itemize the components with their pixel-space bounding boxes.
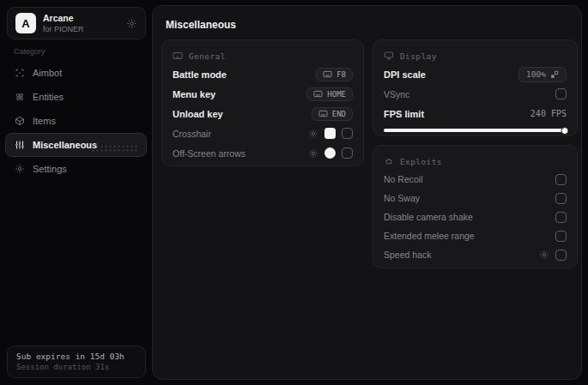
vsync-checkbox[interactable]	[555, 88, 567, 99]
bug-icon	[384, 156, 394, 166]
app-header-card: A Arcane for PIONER	[7, 7, 146, 39]
speed-hack-label: Speed hack	[384, 250, 539, 260]
unload-key-row: Unload key END	[173, 104, 353, 123]
app-subtitle: for PIONER	[43, 25, 119, 33]
display-card-header: Display	[384, 47, 567, 64]
app-name: Arcane	[43, 13, 119, 23]
sidebar-item-label: Settings	[33, 164, 67, 174]
sidebar-item-label: Miscellaneous	[33, 140, 97, 150]
gear-icon[interactable]	[308, 148, 318, 159]
crosshair-row: Crosshair	[173, 123, 353, 143]
display-header-label: Display	[400, 51, 437, 61]
box-icon	[15, 116, 25, 126]
session-duration-text: Session duration 31s	[16, 363, 136, 371]
vsync-label: VSync	[384, 89, 555, 99]
no-sway-row: No Sway	[384, 189, 567, 208]
disable-camera-shake-row: Disable camera shake	[384, 208, 567, 226]
halftone-decoration	[91, 144, 139, 153]
keybind-value: F8	[336, 70, 346, 79]
gear-icon[interactable]	[539, 250, 549, 260]
dpi-scale-selector[interactable]: 100%	[518, 67, 567, 82]
sidebar-item-aimbot[interactable]: Aimbot	[5, 61, 147, 85]
keybind-value: HOME	[327, 90, 346, 99]
no-sway-label: No Sway	[384, 193, 555, 203]
sidebar-item-settings[interactable]: Settings	[5, 157, 147, 181]
speed-hack-checkbox[interactable]	[555, 250, 567, 261]
battle-mode-keybind[interactable]: F8	[316, 68, 353, 81]
app-meta: Arcane for PIONER	[43, 13, 119, 33]
battle-mode-label: Battle mode	[173, 69, 316, 80]
keycap-icon	[313, 90, 323, 98]
disable-camera-shake-checkbox[interactable]	[555, 212, 567, 223]
main-panel: Miscellaneous General Battle mode	[152, 5, 582, 380]
crosshair-checkbox[interactable]	[342, 128, 353, 139]
dpi-scale-row: DPI scale 100%	[384, 64, 567, 84]
scale-icon	[550, 70, 559, 79]
exploits-card: Exploits No Recoil No Sway Disable camer…	[373, 145, 578, 268]
page-title: Miscellaneous	[166, 19, 236, 31]
gear-icon[interactable]	[308, 129, 318, 139]
offscreen-arrows-checkbox[interactable]	[342, 147, 353, 159]
no-sway-checkbox[interactable]	[555, 193, 567, 204]
menu-key-label: Menu key	[173, 89, 306, 99]
speed-hack-row: Speed hack	[384, 245, 567, 264]
dpi-scale-label: DPI scale	[384, 69, 518, 80]
extended-melee-range-row: Extended melee range	[384, 226, 567, 245]
fps-limit-row: FPS limit 240 FPS	[384, 104, 567, 123]
sliders-icon	[15, 140, 25, 150]
keycap-icon	[323, 70, 332, 78]
general-card: General Battle mode F8 Menu key	[161, 39, 364, 166]
keyboard-icon	[173, 51, 183, 61]
crosshair-label: Crosshair	[173, 129, 308, 139]
crosshair-color-swatch[interactable]	[324, 128, 336, 139]
gear-icon[interactable]	[126, 18, 137, 29]
extended-melee-range-label: Extended melee range	[384, 231, 555, 241]
subscription-card: Sub expires in 15d 03h Session duration …	[7, 346, 146, 378]
sidebar-item-miscellaneous[interactable]: Miscellaneous	[5, 133, 147, 157]
exploits-header-label: Exploits	[400, 157, 442, 166]
slider-fill	[384, 129, 567, 132]
extended-melee-range-checkbox[interactable]	[555, 231, 567, 242]
no-recoil-label: No Recoil	[384, 174, 555, 184]
fps-limit-slider[interactable]	[384, 124, 567, 136]
sidebar-nav: Aimbot Entities Items	[5, 61, 147, 181]
fps-limit-value: 240 FPS	[530, 109, 567, 118]
unload-keybind[interactable]: END	[312, 107, 353, 121]
offscreen-arrows-color-swatch[interactable]	[324, 147, 336, 159]
offscreen-arrows-label: Off-Screen arrows	[173, 148, 308, 159]
sub-expiry-text: Sub expires in 15d 03h	[16, 352, 136, 361]
general-header-label: General	[189, 51, 226, 61]
scan-icon	[15, 68, 25, 78]
dpi-scale-value: 100%	[526, 69, 546, 79]
menu-key-row: Menu key HOME	[173, 84, 353, 104]
atom-icon	[15, 92, 25, 102]
gear-icon	[15, 164, 25, 174]
vsync-row: VSync	[384, 84, 567, 104]
disable-camera-shake-label: Disable camera shake	[384, 212, 555, 222]
no-recoil-row: No Recoil	[384, 170, 567, 189]
sidebar-item-label: Entities	[33, 92, 64, 102]
no-recoil-checkbox[interactable]	[555, 174, 567, 185]
category-label: Category	[14, 47, 45, 56]
sidebar-item-entities[interactable]: Entities	[5, 85, 147, 109]
sidebar-item-label: Items	[33, 116, 56, 126]
battle-mode-row: Battle mode F8	[173, 64, 353, 84]
exploits-card-header: Exploits	[384, 153, 567, 170]
offscreen-arrows-row: Off-Screen arrows	[173, 143, 353, 163]
monitor-icon	[384, 51, 394, 61]
slider-handle[interactable]	[561, 127, 569, 135]
sidebar-item-items[interactable]: Items	[5, 109, 147, 133]
fps-limit-label: FPS limit	[384, 109, 530, 119]
keycap-icon	[318, 110, 328, 117]
app-logo: A	[15, 13, 36, 33]
display-card: Display DPI scale 100% VSync	[373, 39, 578, 136]
sidebar: A Arcane for PIONER Category Aimbot	[0, 0, 152, 385]
unload-key-label: Unload key	[173, 109, 312, 119]
menu-keybind[interactable]: HOME	[306, 87, 353, 101]
general-card-header: General	[173, 47, 353, 64]
sidebar-item-label: Aimbot	[33, 68, 62, 78]
keybind-value: END	[332, 110, 346, 118]
